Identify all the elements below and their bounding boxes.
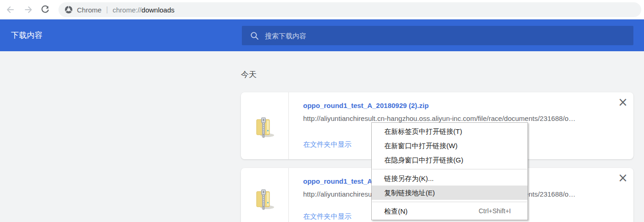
close-icon[interactable]: × — [618, 172, 628, 184]
back-arrow-glyph — [6, 5, 15, 14]
menu-item-shortcut: Ctrl+Shift+I — [479, 204, 511, 218]
browser-toolbar: Chrome | chrome:// downloads — [0, 0, 644, 19]
show-in-folder-link[interactable]: 在文件夹中显示 — [303, 140, 351, 149]
page-title: 下载内容 — [11, 19, 42, 51]
menu-item-copy-link-address[interactable]: 复制链接地址(E) — [372, 186, 527, 200]
zip-folder-icon — [253, 186, 276, 210]
menu-separator — [372, 169, 527, 169]
menu-item-open-link-new-window[interactable]: 在新窗口中打开链接(W) — [372, 138, 527, 153]
date-group-heading: 今天 — [241, 69, 257, 80]
url-path: downloads — [141, 6, 175, 14]
file-icon-column — [241, 168, 289, 222]
reload-glyph — [41, 5, 50, 14]
back-icon[interactable] — [6, 5, 15, 14]
forward-icon[interactable] — [24, 5, 33, 14]
menu-item-open-link-incognito[interactable]: 在隐身窗口中打开链接(G) — [372, 153, 527, 167]
menu-item-open-link-new-tab[interactable]: 在新标签页中打开链接(T) — [372, 124, 527, 138]
forward-arrow-glyph — [24, 5, 33, 14]
url-separator: | — [106, 6, 108, 14]
file-source-url: http://aliyuntianchiresult.cn-hangzhou.o… — [303, 114, 613, 123]
search-box[interactable] — [242, 26, 633, 45]
search-icon — [250, 31, 259, 40]
downloads-header: 下载内容 — [0, 19, 644, 51]
show-in-folder-link[interactable]: 在文件夹中显示 — [303, 212, 351, 221]
reload-icon[interactable] — [41, 5, 50, 14]
menu-separator — [372, 202, 527, 202]
chrome-logo-icon — [64, 6, 73, 14]
file-name-link[interactable]: oppo_round1_test_A_20180929 (2).zip — [303, 102, 613, 110]
context-menu: 在新标签页中打开链接(T) 在新窗口中打开链接(W) 在隐身窗口中打开链接(G)… — [371, 122, 528, 220]
file-icon-column — [241, 92, 289, 159]
close-icon[interactable]: × — [618, 96, 628, 108]
address-bar[interactable]: Chrome | chrome:// downloads — [59, 2, 641, 17]
menu-item-inspect[interactable]: 检查(N) Ctrl+Shift+I — [372, 204, 527, 218]
menu-item-save-link-as[interactable]: 链接另存为(K)... — [372, 171, 527, 186]
menu-item-inspect-label: 检查(N) — [384, 207, 408, 215]
browser-window: Chrome | chrome:// downloads 下载内容 今天 — [0, 0, 644, 222]
url-scheme: chrome:// — [113, 6, 142, 14]
search-input[interactable] — [265, 32, 633, 40]
zip-folder-icon — [253, 114, 276, 138]
site-label: Chrome — [77, 6, 101, 14]
